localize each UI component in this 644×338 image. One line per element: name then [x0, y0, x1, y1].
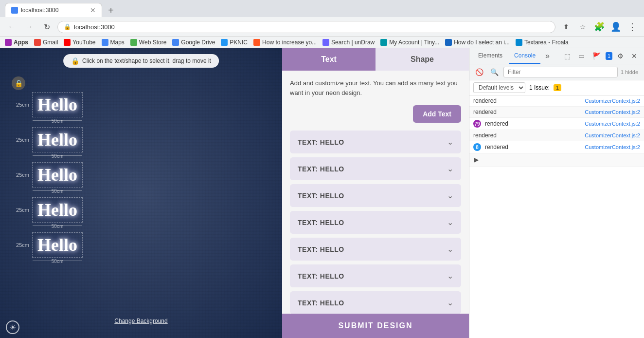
neon-wrapper-3[interactable]: Hello 50cm [32, 162, 83, 188]
panel-tabs: Text Shape [282, 48, 469, 71]
text-accordion-4[interactable]: TEXT: HELLO ⌄ [290, 211, 461, 234]
bookmark-increase[interactable]: How to increase yo... [253, 39, 317, 46]
menu-button[interactable]: ⋮ [626, 20, 639, 34]
log-row-2: rendered CustomizerContext.js:2 [469, 107, 644, 118]
undraw-label: Search | unDraw [331, 39, 375, 46]
canvas-area[interactable]: 🔒 Click on the text/shape to select it, … [0, 48, 282, 338]
text-accordion-7[interactable]: TEXT: HELLO ⌄ [290, 291, 461, 314]
devtools-tab-console[interactable]: Console [509, 48, 540, 64]
chevron-down-icon-7: ⌄ [447, 298, 453, 307]
devtools-close-icon[interactable]: ✕ [628, 50, 640, 62]
devtools-toolbar: 🚫 🔍 1 hidde [469, 64, 644, 80]
neon-item-4[interactable]: 25cm Hello 50cm [10, 197, 272, 223]
text-accordion-6[interactable]: TEXT: HELLO ⌄ [290, 264, 461, 287]
log-source-4[interactable]: CustomizerContext.js:2 [585, 132, 640, 138]
neon-item-1[interactable]: 25cm Hello 50cm [10, 92, 272, 117]
submit-design-button[interactable]: SUBMIT DESIGN [290, 321, 461, 330]
bookmark-drive[interactable]: Google Drive [172, 39, 215, 46]
neon-height-3: 25cm [10, 172, 29, 178]
neon-item-5[interactable]: 25cm Hello 50cm [10, 232, 272, 258]
bookmark-star-button[interactable]: ☆ [576, 20, 590, 34]
neon-item-2[interactable]: 25cm Hello 50cm [10, 127, 272, 152]
log-source-2[interactable]: CustomizerContext.js:2 [585, 109, 640, 115]
log-row-4: rendered CustomizerContext.js:2 [469, 130, 644, 141]
neon-height-5: 25cm [10, 242, 29, 248]
tab-shape[interactable]: Shape [376, 48, 469, 71]
browser-window: localhost:3000 ✕ + ← → ↻ 🔒 localhost:300… [0, 0, 644, 338]
new-tab-button[interactable]: + [103, 3, 119, 17]
devtools-filter-toggle[interactable]: 🔍 [488, 66, 501, 78]
log-row-3: 79 rendered CustomizerContext.js:2 [469, 118, 644, 130]
devtools-levels-select[interactable]: Default levels [473, 82, 525, 93]
bookmark-undraw[interactable]: Search | unDraw [322, 39, 375, 46]
tab-text[interactable]: Text [282, 48, 376, 71]
neon-wrapper-2[interactable]: Hello 50cm [32, 127, 83, 152]
right-panel: Text Shape Add and customize your text. … [282, 48, 469, 338]
neon-wrapper-4[interactable]: Hello 50cm [32, 197, 83, 223]
text-accordion-1[interactable]: TEXT: HELLO ⌄ [290, 131, 461, 153]
canvas-neon-items: 25cm Hello 50cm 25cm Hello 50cm [0, 87, 282, 338]
devtools-inspect-icon[interactable]: ⬚ [561, 50, 573, 62]
devtools-flag-icon[interactable]: 🚩 [590, 50, 604, 62]
browser-tabs: localhost:3000 ✕ + [5, 3, 639, 17]
devtools-panel: Elements Console » ⬚ ▭ 🚩 1 ⚙ ✕ 🚫 🔍 1 hid… [469, 48, 644, 338]
apps-bookmark-icon [5, 39, 12, 46]
page-content: 🔒 Click on the text/shape to select it, … [0, 48, 644, 338]
tab-favicon [11, 7, 18, 14]
expand-arrow[interactable]: ▶ [473, 155, 480, 164]
active-tab[interactable]: localhost:3000 ✕ [5, 3, 102, 17]
bookmark-apps[interactable]: Apps [5, 39, 28, 46]
bookmark-gmail[interactable]: Gmail [34, 39, 58, 46]
extension-puzzle-button[interactable]: 🧩 [592, 20, 606, 34]
brightness-button[interactable]: ☀ [6, 320, 19, 334]
log-source-1[interactable]: CustomizerContext.js:2 [585, 98, 640, 104]
bookmark-webstore[interactable]: Web Store [130, 39, 166, 46]
increase-icon [253, 39, 260, 46]
devtools-issues-bar: Default levels 1 Issue: 1 [469, 80, 644, 95]
reload-button[interactable]: ↻ [40, 20, 54, 34]
change-background-link[interactable]: Change Background [114, 318, 167, 324]
add-text-button[interactable]: Add Text [413, 105, 461, 123]
profile-button[interactable]: 👤 [609, 20, 623, 34]
devtools-issue-label: 1 Issue: [529, 84, 550, 91]
devtools-more-button[interactable]: » [542, 50, 553, 62]
log-source-5[interactable]: CustomizerContext.js:2 [585, 144, 640, 150]
bookmark-select[interactable]: How do I select an i... [445, 39, 510, 46]
address-text: localhost:3000 [74, 23, 115, 31]
chevron-down-icon-1: ⌄ [447, 137, 453, 147]
devtools-clear-button[interactable]: 🚫 [473, 66, 485, 78]
devtools-device-icon[interactable]: ▭ [575, 50, 588, 62]
forward-button[interactable]: → [22, 20, 36, 34]
neon-wrapper-1[interactable]: Hello 50cm [32, 92, 83, 117]
text-accordion-3[interactable]: TEXT: HELLO ⌄ [290, 184, 461, 207]
text-accordion-2[interactable]: TEXT: HELLO ⌄ [290, 157, 461, 180]
log-source-3[interactable]: CustomizerContext.js:2 [585, 121, 640, 127]
bookmark-maps[interactable]: Maps [102, 39, 125, 46]
select-label: How do I select an i... [454, 39, 510, 46]
bookmark-tiny[interactable]: My Account | Tiny... [380, 39, 439, 46]
neon-text-2: Hello [37, 130, 77, 150]
neon-wrapper-5[interactable]: Hello 50cm [32, 232, 83, 258]
panel-description: Add and customize your text. You can add… [290, 78, 461, 97]
text-accordion-label-7: TEXT: HELLO [298, 299, 344, 307]
neon-width-4: 50cm [52, 224, 63, 229]
cast-button[interactable]: ⬆ [559, 20, 573, 34]
pknic-label: PKNIC [230, 39, 248, 46]
back-button[interactable]: ← [5, 20, 18, 34]
gmail-icon [34, 39, 41, 46]
bookmark-froala[interactable]: Textarea - Froala [516, 39, 569, 46]
devtools-filter-input[interactable] [503, 67, 618, 77]
froala-label: Textarea - Froala [524, 39, 569, 46]
devtools-tab-elements[interactable]: Elements [473, 48, 507, 64]
tab-close-button[interactable]: ✕ [90, 6, 96, 14]
neon-item-3[interactable]: 25cm Hello 50cm [10, 162, 272, 188]
text-accordion-5[interactable]: TEXT: HELLO ⌄ [290, 238, 461, 261]
log-text-1: rendered [473, 97, 581, 104]
address-bar[interactable]: 🔒 localhost:3000 [57, 21, 555, 33]
devtools-settings-icon[interactable]: ⚙ [614, 50, 626, 62]
bookmark-pknic[interactable]: PKNIC [221, 39, 248, 46]
bookmark-youtube[interactable]: YouTube [64, 39, 95, 46]
text-accordion-label-6: TEXT: HELLO [298, 272, 344, 280]
text-accordion-label-1: TEXT: HELLO [298, 138, 344, 146]
canvas-tooltip: 🔒 Click on the text/shape to select it, … [63, 54, 219, 68]
